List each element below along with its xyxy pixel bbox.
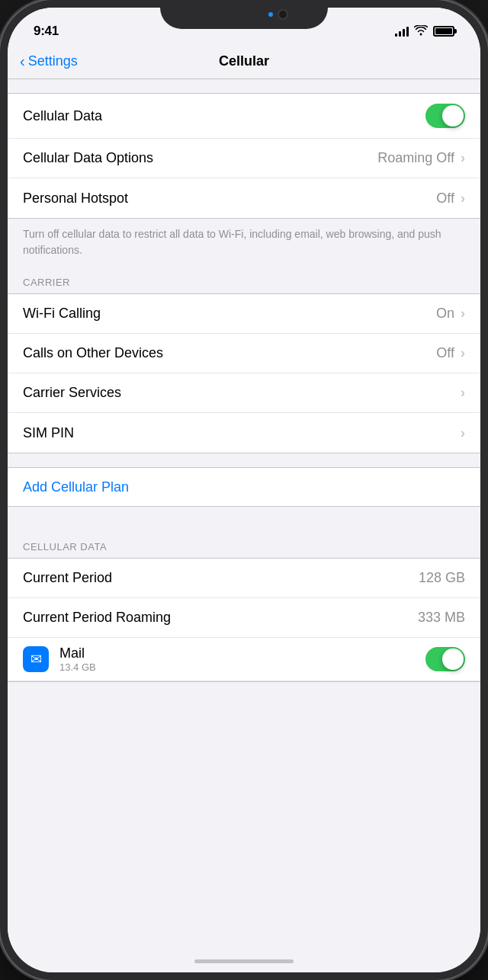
section-gap-3 xyxy=(8,507,480,533)
bottom-spacer xyxy=(8,682,480,728)
add-plan-text: Add Cellular Plan xyxy=(23,479,129,495)
signal-bar-3 xyxy=(403,29,405,37)
carrier-section-header: CARRIER xyxy=(8,269,480,293)
wifi-calling-right: On › xyxy=(436,306,465,322)
sim-pin-label: SIM PIN xyxy=(23,425,74,441)
cellular-data-label: Cellular Data xyxy=(23,108,102,124)
notch-camera xyxy=(278,9,288,20)
status-icons xyxy=(395,25,454,38)
battery-icon xyxy=(433,26,454,37)
signal-bars-icon xyxy=(395,26,409,37)
back-label: Settings xyxy=(28,53,78,69)
wifi-calling-row[interactable]: Wi-Fi Calling On › xyxy=(8,294,480,334)
cellular-data-section-header: CELLULAR DATA xyxy=(8,533,480,558)
info-text-container: Turn off cellular data to restrict all d… xyxy=(8,219,480,269)
notch-dot xyxy=(268,12,273,17)
mail-app-name: Mail xyxy=(59,645,425,661)
current-period-roaming-right: 333 MB xyxy=(418,610,465,626)
section-gap-top xyxy=(8,79,480,93)
calls-other-devices-label: Calls on Other Devices xyxy=(23,345,163,361)
usage-settings-group: Current Period 128 GB Current Period Roa… xyxy=(8,558,480,682)
current-period-label: Current Period xyxy=(23,570,112,586)
cellular-data-header-text: CELLULAR DATA xyxy=(23,541,107,552)
calls-other-devices-right: Off › xyxy=(436,345,465,361)
mail-icon: ✉ xyxy=(30,651,42,668)
wifi-calling-value: On xyxy=(436,306,454,322)
wifi-calling-label: Wi-Fi Calling xyxy=(23,306,101,322)
status-time: 9:41 xyxy=(34,24,59,39)
back-button[interactable]: ‹ Settings xyxy=(20,53,78,69)
signal-bar-1 xyxy=(395,34,397,37)
page-title: Cellular xyxy=(219,53,269,69)
sim-pin-row[interactable]: SIM PIN › xyxy=(8,413,480,453)
carrier-services-chevron-icon: › xyxy=(461,385,465,401)
notch xyxy=(160,0,328,29)
content-area: Cellular Data Cellular Data Options Roam… xyxy=(8,79,480,972)
signal-bar-4 xyxy=(406,27,409,37)
current-period-row: Current Period 128 GB xyxy=(8,559,480,598)
mail-app-row[interactable]: ✉ Mail 13.4 GB xyxy=(8,638,480,681)
cellular-data-row[interactable]: Cellular Data xyxy=(8,94,480,139)
current-period-roaming-value: 333 MB xyxy=(418,610,465,626)
mail-toggle-knob xyxy=(442,649,464,670)
cellular-data-options-row[interactable]: Cellular Data Options Roaming Off › xyxy=(8,139,480,178)
carrier-services-row[interactable]: Carrier Services › xyxy=(8,373,480,413)
cellular-data-options-label: Cellular Data Options xyxy=(23,150,153,166)
calls-other-devices-row[interactable]: Calls on Other Devices Off › xyxy=(8,334,480,373)
cellular-data-toggle[interactable] xyxy=(425,104,465,128)
nav-bar: ‹ Settings Cellular xyxy=(8,44,480,79)
mail-app-info: Mail 13.4 GB xyxy=(59,645,425,673)
back-chevron-icon: ‹ xyxy=(20,53,25,69)
current-period-roaming-label: Current Period Roaming xyxy=(23,610,171,626)
personal-hotspot-value: Off xyxy=(436,191,454,207)
current-period-value: 128 GB xyxy=(419,570,465,586)
cellular-data-options-right: Roaming Off › xyxy=(377,150,465,166)
personal-hotspot-row[interactable]: Personal Hotspot Off › xyxy=(8,178,480,218)
mail-toggle[interactable] xyxy=(425,647,465,671)
home-indicator xyxy=(194,959,294,963)
main-settings-group: Cellular Data Cellular Data Options Roam… xyxy=(8,93,480,219)
add-cellular-plan-row[interactable]: Add Cellular Plan xyxy=(8,467,480,507)
sim-pin-chevron-icon: › xyxy=(461,425,465,441)
section-gap-2 xyxy=(8,453,480,467)
carrier-services-right: › xyxy=(461,385,465,401)
cellular-data-options-value: Roaming Off xyxy=(377,150,454,166)
calls-other-devices-chevron-icon: › xyxy=(461,345,465,361)
phone-frame: 9:41 xyxy=(0,0,488,980)
chevron-right-icon: › xyxy=(461,150,465,166)
toggle-knob xyxy=(442,105,464,127)
personal-hotspot-label: Personal Hotspot xyxy=(23,191,128,207)
sim-pin-right: › xyxy=(461,425,465,441)
current-period-roaming-row: Current Period Roaming 333 MB xyxy=(8,598,480,638)
wifi-calling-chevron-icon: › xyxy=(461,306,465,322)
calls-other-devices-value: Off xyxy=(436,345,454,361)
wifi-icon xyxy=(414,25,428,38)
mail-app-size: 13.4 GB xyxy=(59,661,425,673)
info-text: Turn off cellular data to restrict all d… xyxy=(23,226,465,258)
current-period-right: 128 GB xyxy=(419,570,465,586)
screen: 9:41 xyxy=(8,8,480,972)
signal-bar-2 xyxy=(399,31,401,37)
carrier-services-label: Carrier Services xyxy=(23,385,121,401)
mail-app-icon: ✉ xyxy=(23,646,49,672)
carrier-settings-group: Wi-Fi Calling On › Calls on Other Device… xyxy=(8,293,480,453)
personal-hotspot-right: Off › xyxy=(436,191,465,207)
carrier-header-text: CARRIER xyxy=(23,277,70,288)
chevron-right-icon-2: › xyxy=(461,191,465,207)
